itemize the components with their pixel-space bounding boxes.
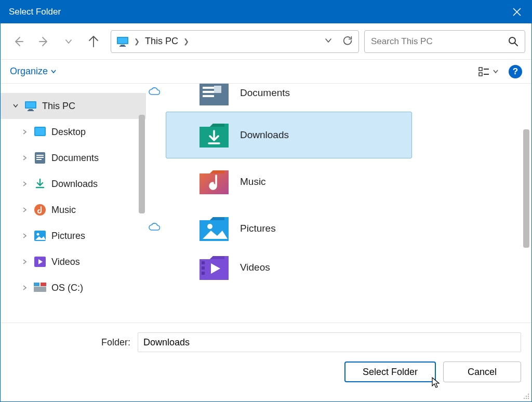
- folder-item-downloads[interactable]: Downloads: [166, 112, 412, 158]
- svg-rect-16: [36, 155, 44, 156]
- tree-item-pictures[interactable]: Pictures: [1, 223, 146, 249]
- search-box[interactable]: [364, 30, 525, 53]
- svg-rect-32: [202, 261, 205, 264]
- svg-rect-29: [214, 86, 221, 93]
- svg-rect-3: [119, 46, 126, 47]
- svg-point-36: [526, 396, 527, 397]
- tree-label: Downloads: [51, 179, 98, 190]
- folder-label: Downloads: [240, 129, 289, 141]
- pictures-icon: [34, 230, 46, 242]
- navigation-row: ❯ This PC ❯: [1, 23, 531, 60]
- tree-label: Music: [51, 205, 76, 216]
- cancel-button-label: Cancel: [468, 367, 497, 378]
- folder-label: Folder:: [58, 337, 130, 348]
- svg-rect-33: [202, 266, 205, 270]
- toolbar: Organize ?: [1, 60, 531, 84]
- folder-label: Documents: [240, 87, 290, 99]
- arrow-left-icon: [12, 35, 25, 48]
- tree-item-this-pc[interactable]: This PC: [1, 93, 146, 119]
- organize-menu[interactable]: Organize: [10, 66, 56, 77]
- folder-label: Music: [240, 176, 266, 187]
- svg-point-31: [207, 224, 212, 229]
- select-folder-button-label: Select Folder: [363, 367, 418, 378]
- tree-item-os-drive[interactable]: OS (C:): [1, 275, 146, 301]
- svg-point-37: [528, 396, 529, 397]
- svg-point-21: [37, 233, 39, 236]
- svg-point-30: [210, 183, 216, 189]
- refresh-button[interactable]: [342, 35, 353, 48]
- tree-label: Pictures: [51, 231, 85, 242]
- svg-point-35: [528, 394, 529, 395]
- folder-item-videos[interactable]: Videos: [166, 252, 412, 283]
- music-folder-icon: [198, 167, 230, 196]
- address-dropdown-button[interactable]: [324, 36, 332, 47]
- chevron-down-icon: [65, 38, 72, 45]
- cancel-button[interactable]: Cancel: [443, 361, 521, 382]
- music-icon: [34, 204, 46, 216]
- tree-item-music[interactable]: Music: [1, 197, 146, 223]
- recent-locations-button[interactable]: [62, 35, 75, 48]
- chevron-right-icon: [21, 154, 29, 162]
- help-icon: ?: [513, 66, 518, 77]
- tree-item-documents[interactable]: Documents: [1, 145, 146, 171]
- svg-rect-10: [26, 102, 35, 108]
- folder-item-documents[interactable]: Documents: [166, 84, 412, 112]
- tree-label: Documents: [51, 153, 99, 164]
- footer: Folder: Select Folder Cancel: [1, 323, 531, 391]
- chevron-down-icon: [12, 102, 19, 110]
- folder-item-music[interactable]: Music: [166, 158, 412, 205]
- svg-rect-6: [479, 73, 482, 76]
- videos-icon: [34, 256, 46, 268]
- chevron-down-icon: [324, 36, 332, 45]
- tree-item-downloads[interactable]: Downloads: [1, 171, 146, 197]
- svg-rect-8: [484, 74, 489, 75]
- monitor-icon: [116, 35, 129, 48]
- search-icon: [508, 36, 518, 47]
- folder-view: Documents Downloads Music Pictures: [146, 84, 531, 323]
- organize-label: Organize: [10, 66, 48, 77]
- forward-button[interactable]: [37, 35, 50, 48]
- chevron-right-icon: [21, 284, 29, 291]
- resize-grip[interactable]: [522, 392, 530, 400]
- up-button[interactable]: [87, 35, 100, 48]
- svg-rect-2: [121, 45, 125, 46]
- button-row: Select Folder Cancel: [1, 361, 521, 382]
- downloads-icon: [34, 178, 46, 190]
- back-button[interactable]: [12, 35, 25, 48]
- documents-icon: [34, 152, 46, 164]
- folder-item-pictures[interactable]: Pictures: [166, 205, 412, 252]
- svg-point-4: [509, 37, 515, 44]
- sidebar-scrollbar-thumb[interactable]: [139, 115, 145, 213]
- arrow-right-icon: [37, 35, 50, 48]
- breadcrumb-this-pc[interactable]: This PC: [145, 36, 178, 47]
- svg-rect-12: [28, 110, 34, 111]
- body: This PC Desktop Documents Downloads Musi…: [1, 84, 531, 323]
- downloads-folder-icon: [198, 120, 230, 150]
- folder-name-input[interactable]: [138, 332, 521, 352]
- address-bar[interactable]: ❯ This PC ❯: [111, 30, 359, 53]
- search-input[interactable]: [371, 36, 503, 47]
- tree-label: OS (C:): [51, 283, 83, 293]
- main-scrollbar-thumb[interactable]: [523, 129, 529, 248]
- view-list-icon: [478, 66, 490, 77]
- nav-arrows: [7, 35, 105, 48]
- svg-rect-25: [41, 283, 46, 286]
- window-title: Select Folder: [9, 7, 61, 17]
- select-folder-button[interactable]: Select Folder: [344, 361, 436, 382]
- svg-rect-5: [479, 68, 482, 71]
- breadcrumb-separator: ❯: [183, 37, 189, 45]
- pictures-folder-icon: [198, 214, 230, 243]
- close-button[interactable]: [511, 6, 523, 18]
- chevron-right-icon: [21, 258, 29, 265]
- tree-item-videos[interactable]: Videos: [1, 249, 146, 275]
- view-options-button[interactable]: [478, 66, 498, 77]
- help-button[interactable]: ?: [509, 65, 522, 78]
- svg-rect-18: [36, 159, 42, 160]
- folder-label: Videos: [240, 262, 270, 273]
- svg-point-40: [528, 398, 529, 399]
- tree-item-desktop[interactable]: Desktop: [1, 119, 146, 145]
- tree-label: Videos: [51, 257, 80, 267]
- chevron-down-icon: [493, 69, 498, 74]
- chevron-right-icon: [21, 180, 29, 187]
- svg-rect-11: [29, 109, 33, 110]
